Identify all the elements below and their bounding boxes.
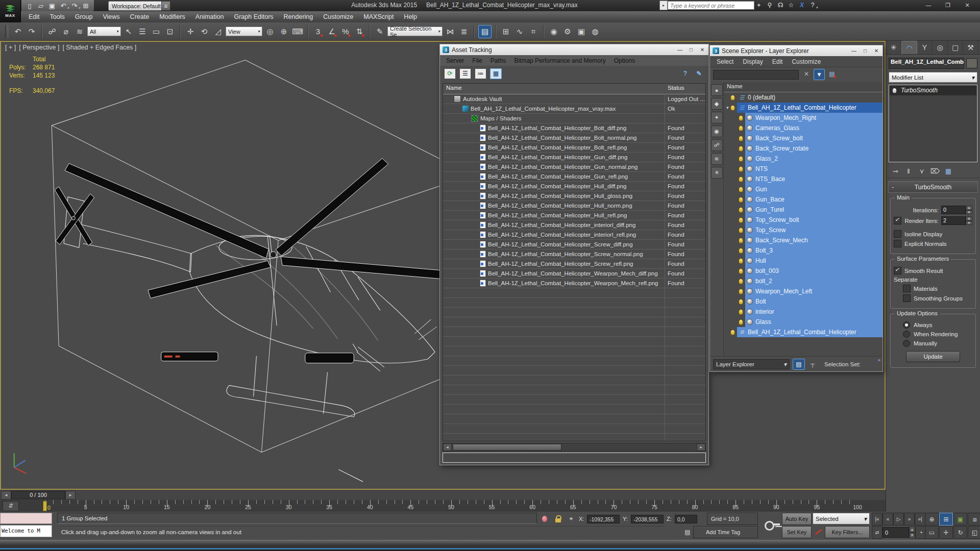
- maximize-button[interactable]: □: [862, 48, 869, 54]
- minimize-button[interactable]: —: [919, 0, 938, 10]
- scrollbar-thumb[interactable]: [453, 444, 561, 450]
- curve-editor-icon[interactable]: ∿: [513, 26, 526, 38]
- zoom-extents-all-icon[interactable]: ⧈: [968, 513, 980, 525]
- select-by-name-icon[interactable]: ☰: [136, 26, 149, 38]
- visibility-bulb-icon[interactable]: [739, 197, 743, 203]
- play-animation-icon[interactable]: ▷: [893, 513, 904, 525]
- search-icon[interactable]: ⌖: [754, 1, 764, 10]
- time-slider-handle[interactable]: [43, 501, 47, 511]
- key-mode-toggle-icon[interactable]: ⇄: [872, 526, 883, 539]
- layer-manager-icon[interactable]: ▤: [478, 25, 492, 38]
- table-row[interactable]: Autodesk VaultLogged Out ...: [443, 94, 705, 104]
- tree-row[interactable]: Back_Screw_Mech: [724, 235, 883, 245]
- tab-utilities[interactable]: ⚒: [963, 41, 978, 54]
- table-row[interactable]: Bell_AH-1Z_Lethal_Combat_Helicopter_Bolt…: [443, 133, 705, 143]
- project-folder-icon[interactable]: ⊞: [81, 1, 91, 10]
- viewport-pov-menu[interactable]: [ Perspective ]: [19, 44, 59, 51]
- tab-motion[interactable]: ◎: [933, 41, 948, 54]
- rectangular-selection-region-icon[interactable]: ▭: [150, 26, 162, 38]
- modifier-stack-row[interactable]: TurboSmooth: [889, 85, 977, 95]
- communication-center-icon[interactable]: ☊: [776, 1, 785, 10]
- menu-item-customize[interactable]: Customize: [318, 13, 358, 20]
- redo-icon[interactable]: ↷▾: [69, 1, 80, 10]
- table-row[interactable]: Bell_AH-1Z_Lethal_Combat_Helicopter_Gun_…: [443, 162, 705, 172]
- display-cameras-icon[interactable]: ◉: [711, 126, 723, 137]
- menu-item-modifiers[interactable]: Modifiers: [154, 13, 190, 20]
- notification-balloon-icon[interactable]: [540, 514, 549, 523]
- menu-item-edit[interactable]: Edit: [23, 13, 45, 20]
- table-row[interactable]: Bell_AH_1Z_Lethal_Combat_Helicopter_max_…: [443, 104, 705, 114]
- display-spacewarps-icon[interactable]: ≋: [711, 153, 723, 165]
- maxscript-mini-listener[interactable]: Welcome to M: [0, 525, 52, 537]
- modifier-enabled-bulb-icon[interactable]: [892, 88, 897, 93]
- when-rendering-radio[interactable]: [903, 331, 910, 338]
- visibility-bulb-icon[interactable]: [739, 319, 743, 325]
- render-iters-checkbox[interactable]: [894, 217, 901, 224]
- visibility-bulb-icon[interactable]: [730, 330, 735, 335]
- material-editor-icon[interactable]: ◉: [548, 26, 560, 38]
- align-icon[interactable]: ≣: [458, 26, 470, 38]
- next-frame-icon[interactable]: »: [904, 513, 915, 525]
- viewport-shading-menu[interactable]: [ Shaded + Edged Faces ]: [62, 44, 136, 51]
- visibility-bulb-icon[interactable]: [739, 177, 743, 182]
- render-production-icon[interactable]: ◍: [589, 26, 601, 38]
- modifier-list-dropdown[interactable]: Modifier List ▾: [889, 72, 977, 83]
- tree-row[interactable]: NTS_Bace: [724, 174, 883, 184]
- visibility-bulb-icon[interactable]: [739, 238, 743, 243]
- reference-coordinate-dropdown[interactable]: View▾: [226, 27, 262, 36]
- save-file-icon[interactable]: ▣: [47, 1, 57, 10]
- materials-checkbox[interactable]: [903, 285, 911, 292]
- redo-icon[interactable]: ↷: [26, 26, 38, 38]
- visibility-bulb-icon[interactable]: [739, 279, 743, 284]
- display-lights-icon[interactable]: ✦: [711, 112, 723, 123]
- filter-funnel-icon[interactable]: ▼: [814, 69, 825, 80]
- close-button[interactable]: ✕: [873, 48, 880, 54]
- maxscript-listener-macro-pane[interactable]: [0, 513, 52, 524]
- table-row[interactable]: Bell_AH-1Z_Lethal_Combat_Helicopter_Wear…: [443, 279, 705, 288]
- x-coordinate-field[interactable]: -1092,355: [587, 515, 620, 523]
- spin-down-icon[interactable]: ▼: [966, 221, 972, 226]
- maximize-viewport-toggle-icon[interactable]: ◱: [968, 526, 980, 539]
- collapse-icon[interactable]: -: [889, 184, 897, 191]
- tree-row[interactable]: bolt_003: [724, 266, 883, 276]
- visibility-bulb-icon[interactable]: [739, 136, 743, 141]
- application-menu-button[interactable]: MAX: [0, 0, 21, 22]
- undo-icon[interactable]: ↶: [12, 26, 24, 38]
- display-geometry-icon[interactable]: ●: [711, 84, 723, 96]
- mirror-icon[interactable]: ⋈: [444, 26, 456, 38]
- object-name-field[interactable]: Bell_AH_1Z_Lethal_Comb: [889, 58, 964, 69]
- pin-stack-icon[interactable]: ⊸: [890, 166, 900, 176]
- time-slider-ruler[interactable]: ⇵ 51015202530354045505560657075808590951…: [0, 500, 886, 512]
- orbit-icon[interactable]: ↻: [953, 526, 967, 539]
- search-go-icon[interactable]: ▸: [659, 1, 668, 10]
- menu-item-server[interactable]: Server: [442, 57, 468, 64]
- go-to-start-icon[interactable]: |«: [872, 513, 883, 525]
- visibility-bulb-icon[interactable]: [739, 299, 743, 305]
- go-to-end-icon[interactable]: »|: [915, 513, 925, 525]
- menu-item-create[interactable]: Create: [125, 13, 155, 20]
- remove-modifier-icon[interactable]: ⌦: [930, 166, 940, 176]
- asset-table[interactable]: Name Status Autodesk VaultLogged Out ...…: [443, 83, 706, 441]
- column-divider[interactable]: [665, 94, 665, 441]
- open-mini-curve-editor-button[interactable]: ⇵: [3, 501, 19, 511]
- select-and-link-icon[interactable]: ☍: [46, 26, 58, 38]
- help-icon[interactable]: ?: [680, 69, 691, 79]
- add-time-tag-button[interactable]: Add Time Tag: [693, 526, 758, 538]
- schematic-view-icon[interactable]: ⌗: [527, 26, 540, 38]
- refresh-icon[interactable]: ⟳: [444, 68, 456, 79]
- keyboard-shortcut-override-icon[interactable]: ⌨: [291, 26, 304, 38]
- menu-item-animation[interactable]: Animation: [190, 13, 229, 20]
- explorer-mode-dropdown[interactable]: Layer Explorer ▾: [713, 359, 790, 369]
- scene-explorer-toggle-icon[interactable]: ⊞: [500, 26, 512, 38]
- object-color-swatch[interactable]: [966, 58, 977, 68]
- edit-named-selection-sets-icon[interactable]: ✎: [374, 26, 386, 38]
- restore-button[interactable]: ❐: [938, 0, 958, 10]
- iterations-spinner[interactable]: 0 ▲▼: [941, 206, 972, 214]
- menu-item-maxscript[interactable]: MAXScript: [358, 13, 399, 20]
- display-particles-icon[interactable]: ✳: [711, 167, 723, 179]
- always-radio[interactable]: [903, 321, 910, 329]
- percent-snap-icon[interactable]: %: [339, 26, 352, 38]
- visibility-bulb-icon[interactable]: [730, 95, 735, 101]
- viewport-general-menu[interactable]: [ + ]: [5, 44, 16, 51]
- absolute-transform-icon[interactable]: ⌖: [567, 514, 576, 523]
